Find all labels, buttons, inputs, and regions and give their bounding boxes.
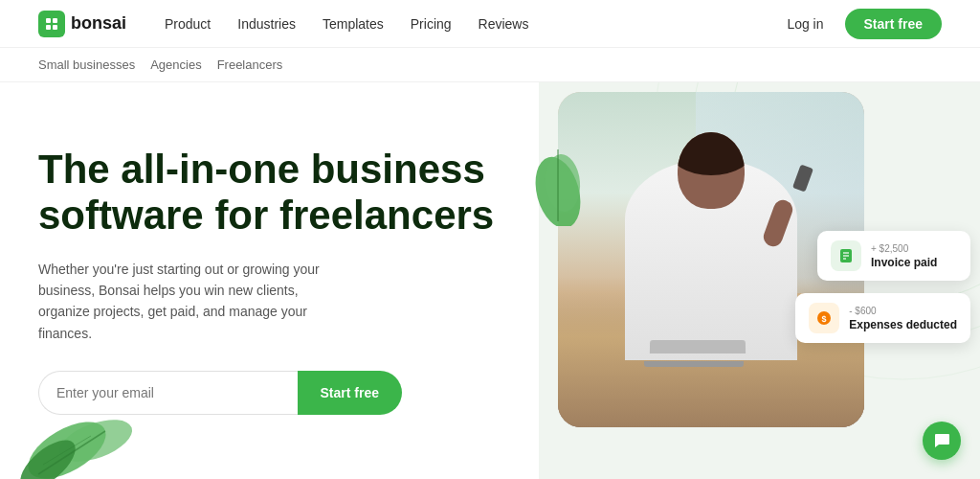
leaf-decoration-bottom-left <box>19 393 153 479</box>
start-free-button-header[interactable]: Start free <box>845 9 942 39</box>
start-free-button-cta[interactable]: Start free <box>298 371 402 415</box>
expense-icon: $ <box>809 303 839 333</box>
header-actions: Log in Start free <box>777 9 942 39</box>
subnav-small-businesses[interactable]: Small businesses <box>38 57 135 72</box>
login-button[interactable]: Log in <box>777 11 833 37</box>
hero-left: The all-in-one business software for fre… <box>0 82 539 479</box>
logo[interactable]: bonsai <box>38 11 126 37</box>
nav-reviews[interactable]: Reviews <box>469 11 539 37</box>
expense-label: Expenses deducted <box>849 318 957 331</box>
logo-icon <box>38 11 65 37</box>
subnav: Small businesses Agencies Freelancers <box>0 48 980 82</box>
invoice-label: Invoice paid <box>871 256 937 269</box>
expense-amount: - $600 <box>849 306 957 316</box>
brand-name: bonsai <box>71 13 126 34</box>
hero-subtitle: Whether you're just starting out or grow… <box>38 259 345 345</box>
nav-pricing[interactable]: Pricing <box>401 11 461 37</box>
nav-templates[interactable]: Templates <box>313 11 393 37</box>
expense-card: $ - $600 Expenses deducted <box>795 293 970 343</box>
svg-rect-1 <box>53 18 57 23</box>
main-content: The all-in-one business software for fre… <box>0 82 980 479</box>
hero-title: The all-in-one business software for fre… <box>38 147 501 240</box>
invoice-card: + $2,500 Invoice paid <box>817 231 970 281</box>
subnav-agencies[interactable]: Agencies <box>150 57 201 72</box>
invoice-text: + $2,500 Invoice paid <box>871 243 937 269</box>
main-nav: Product Industries Templates Pricing Rev… <box>155 11 777 37</box>
chat-button[interactable] <box>923 422 961 460</box>
invoice-amount: + $2,500 <box>871 243 937 254</box>
nav-product[interactable]: Product <box>155 11 220 37</box>
invoice-icon <box>831 240 861 271</box>
svg-rect-3 <box>53 25 57 30</box>
svg-rect-2 <box>46 25 51 30</box>
expense-text: - $600 Expenses deducted <box>849 306 957 331</box>
subnav-freelancers[interactable]: Freelancers <box>217 57 283 72</box>
svg-text:$: $ <box>822 314 827 324</box>
hero-right: + $2,500 Invoice paid $ - $600 Expenses … <box>539 82 980 479</box>
header: bonsai Product Industries Templates Pric… <box>0 0 980 48</box>
nav-industries[interactable]: Industries <box>228 11 305 37</box>
leaf-decoration-top <box>529 140 587 226</box>
svg-rect-0 <box>46 18 51 23</box>
